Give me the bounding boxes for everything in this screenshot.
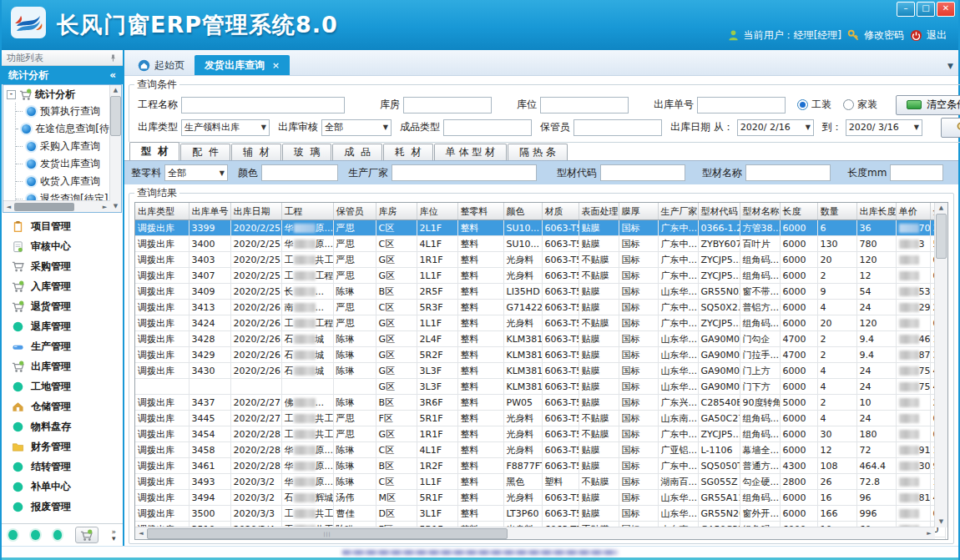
column-header[interactable]: 生产厂家 xyxy=(658,203,698,220)
close-tab-icon[interactable]: × xyxy=(272,60,280,71)
table-row[interactable]: 调拨出库34132020/2/26南...严思C区5R3F整料G71422606… xyxy=(135,300,945,315)
column-header[interactable]: 型材代码 xyxy=(698,203,740,220)
column-header[interactable]: 数量 xyxy=(817,203,856,220)
location-input[interactable] xyxy=(540,97,629,114)
sidebar-module-cart[interactable]: 采购管理 xyxy=(2,256,123,276)
collapse-icon[interactable]: « xyxy=(109,69,116,81)
profile-code-input[interactable] xyxy=(600,164,685,181)
material-tab[interactable]: 辅 材 xyxy=(231,144,281,160)
table-row[interactable]: 调拨出库34292020/2/26石城陈琳G区5R2F整料KLM38176063… xyxy=(135,347,945,363)
column-header[interactable]: 出库日期 xyxy=(230,203,281,220)
table-row[interactable]: 调拨出库34242020/2/26工工程严思G区1L1F整料光身料6063-T5… xyxy=(135,315,945,331)
change-password-link[interactable]: 修改密码 xyxy=(847,28,904,43)
module-cart-button[interactable] xyxy=(75,527,98,543)
table-row[interactable]: 调拨出库34612020/2/28华原...陈琳B区1R2F整料F8877FT6… xyxy=(135,458,945,474)
profile-name-input[interactable] xyxy=(745,164,831,181)
pin-icon[interactable] xyxy=(109,53,118,63)
radio-industrial[interactable]: 工装 xyxy=(797,98,831,112)
whole-part-select[interactable]: 全部▼ xyxy=(164,164,228,181)
table-row[interactable]: 调拨出库34032020/2/25工共工程严思G区1R1F整料光身料6063-T… xyxy=(135,252,945,268)
table-row[interactable]: G区3L3F整料KLM38176063-T5贴膜国标山东华...GA90M09.… xyxy=(135,379,945,395)
out-type-select[interactable]: 生产领料出库▼ xyxy=(181,119,270,136)
close-button[interactable]: ✕ xyxy=(937,2,955,17)
color-input[interactable] xyxy=(261,164,338,181)
logout-link[interactable]: 退出 xyxy=(910,28,947,43)
column-header[interactable]: 长度 xyxy=(780,203,817,220)
tree-item[interactable]: 收货入库查询 xyxy=(16,173,109,190)
maker-input[interactable] xyxy=(392,164,537,181)
tab-shipment-query[interactable]: 发货出库查询 × xyxy=(195,55,290,75)
warehouse-input[interactable] xyxy=(403,97,492,114)
sidebar-module-green-dot[interactable]: 退库管理 xyxy=(2,316,123,336)
tree-vertical-scrollbar[interactable]: ▲▼ xyxy=(109,85,121,212)
audit-select[interactable]: 全部▼ xyxy=(321,119,392,136)
table-row[interactable]: 调拨出库34932020/3/2华原...陈琳C区1L1F整料黑色塑料不贴膜国标… xyxy=(135,474,945,490)
column-header[interactable]: 库位 xyxy=(417,203,457,220)
material-tab[interactable]: 配 件 xyxy=(180,144,230,160)
sidebar-module-folder[interactable]: 财务管理 xyxy=(2,436,123,457)
column-header[interactable]: 保管员 xyxy=(333,203,376,220)
length-input[interactable] xyxy=(890,164,943,181)
product-type-input[interactable] xyxy=(443,119,532,136)
sidebar-overflow-icon[interactable]: »▾ xyxy=(112,528,117,542)
column-header[interactable]: 整零料 xyxy=(457,203,503,220)
column-header[interactable]: 表面处理 xyxy=(579,203,619,220)
module-dot-icon[interactable] xyxy=(53,530,63,540)
material-tab[interactable]: 成 品 xyxy=(332,144,382,160)
table-row[interactable]: 调拨出库35002020/3/3工共工程曹佳D区3L1F整料LT3P606063… xyxy=(135,506,945,522)
sidebar-module-green-dot[interactable]: 结转管理 xyxy=(2,457,123,477)
tree-root[interactable]: - 统计分析 xyxy=(3,85,121,103)
table-row[interactable]: 调拨出库34302020/2/26石城陈琳G区3L3F整料KLM38176063… xyxy=(135,363,945,379)
sidebar-module-clipboard[interactable]: 项目管理 xyxy=(2,216,123,236)
sidebar-module-green-dot[interactable]: 物料盘存 xyxy=(2,416,123,436)
material-tab[interactable]: 隔 热 条 xyxy=(508,144,568,160)
column-header[interactable]: 颜色 xyxy=(503,203,542,220)
material-tab[interactable]: 型 材 xyxy=(129,142,179,160)
tree-expander-icon[interactable]: - xyxy=(7,90,16,99)
sidebar-module-house[interactable]: 仓储管理 xyxy=(2,396,123,416)
maximize-button[interactable]: □ xyxy=(917,2,935,17)
column-header[interactable]: 库房 xyxy=(376,203,417,220)
tree-horizontal-scrollbar[interactable]: ◄► xyxy=(3,200,110,212)
horizontal-scrollbar[interactable]: ◄|||► xyxy=(135,527,935,539)
table-row[interactable]: 调拨出库34582020/2/28华原...陈琳C区4L1F整料光身料6063-… xyxy=(135,442,945,458)
sidebar-module-cart-green[interactable]: 入库管理 xyxy=(2,276,123,296)
clear-conditions-button[interactable]: 清空条件 xyxy=(896,95,960,115)
column-header[interactable]: 材质 xyxy=(542,203,579,220)
project-name-input[interactable] xyxy=(181,97,345,114)
minimize-button[interactable]: – xyxy=(897,2,915,17)
search-button[interactable]: 查 询 xyxy=(941,118,960,138)
table-row[interactable]: 调拨出库33992020/2/25华原...严思C区2L1F整料SU10...6… xyxy=(135,220,945,236)
tab-overflow-icon[interactable]: ▼ xyxy=(947,62,953,70)
material-tab[interactable]: 单 体 型 材 xyxy=(434,144,507,160)
column-header[interactable]: 工程 xyxy=(281,203,333,220)
table-row[interactable]: 调拨出库34002020/2/25华原...严思C区4L1F整料SU10...6… xyxy=(135,236,945,252)
keeper-input[interactable] xyxy=(573,119,662,136)
tree-item[interactable]: 预算执行查询 xyxy=(16,103,109,120)
sidebar-module-cart-green[interactable]: 退货管理 xyxy=(2,296,123,316)
sidebar-module-green-dot[interactable]: 工地管理 xyxy=(2,376,123,396)
table-row[interactable]: 调拨出库34372020/2/27佛...陈琳B区3R6F整料PW056063-… xyxy=(135,395,945,411)
vertical-scrollbar[interactable]: ▲▼ xyxy=(934,203,947,527)
module-dot-icon[interactable] xyxy=(8,530,18,540)
date-to-picker[interactable]: 2020/ 3/16▼ xyxy=(846,119,922,136)
table-row[interactable]: 调拨出库34072020/2/25工工程严思G区1L1F整料光身料6063-T5… xyxy=(135,268,945,284)
module-dot-icon[interactable] xyxy=(31,530,40,540)
tree-item[interactable]: 采购入库查询 xyxy=(16,138,109,155)
sidebar-module-cart-green[interactable]: 出库管理 xyxy=(2,356,123,376)
column-header[interactable]: 膜厚 xyxy=(619,203,658,220)
table-row[interactable]: 调拨出库34452020/2/27工共工程严思F区5R1F整料光身料6063-T… xyxy=(135,411,945,426)
section-header[interactable]: 统计分析 « xyxy=(2,66,123,84)
date-from-picker[interactable]: 2020/ 2/16▼ xyxy=(737,119,814,136)
tree-item[interactable]: 发货出库查询 xyxy=(16,155,109,173)
tree-item[interactable]: 在途信息查询[待 xyxy=(16,120,109,138)
column-header[interactable]: 出库长度 xyxy=(856,203,896,220)
table-row[interactable]: 调拨出库34092020/2/25长...陈琳B区2R5F整料LI35HD606… xyxy=(135,284,945,300)
sidebar-module-machine[interactable]: 生产管理 xyxy=(2,336,123,356)
table-row[interactable]: 调拨出库34942020/3/2石辉城汤伟M区5R1F整料光身料6063-T5贴… xyxy=(135,490,945,506)
column-header[interactable]: 单价 xyxy=(896,203,930,220)
sidebar-module-green-dot[interactable]: 报废管理 xyxy=(2,497,123,517)
material-tab[interactable]: 玻 璃 xyxy=(282,144,332,160)
sidebar-module-green-dot[interactable]: 补单中心 xyxy=(2,477,123,497)
tab-home[interactable]: 起始页 xyxy=(128,55,195,75)
